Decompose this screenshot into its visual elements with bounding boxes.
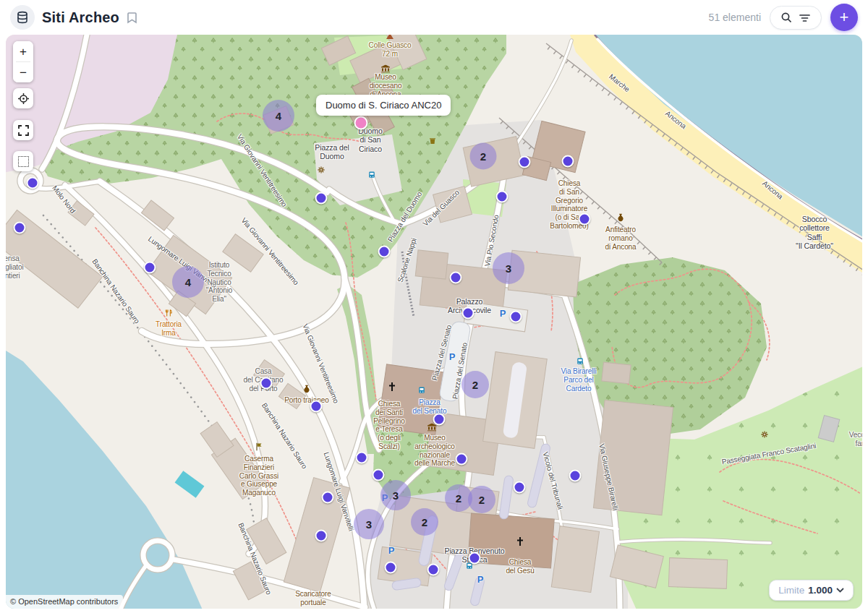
map-marker[interactable] bbox=[385, 562, 397, 574]
map-cluster[interactable]: 3 bbox=[380, 480, 411, 510]
map-marker[interactable] bbox=[579, 213, 591, 226]
map-cluster[interactable]: 4 bbox=[172, 266, 204, 298]
map-cluster[interactable]: 3 bbox=[493, 252, 524, 284]
limit-dropdown[interactable]: Limite 1.000 bbox=[769, 580, 854, 601]
page-title: Siti Archeo bbox=[42, 9, 119, 26]
box-select-button[interactable] bbox=[13, 151, 33, 171]
map-marker[interactable] bbox=[510, 311, 522, 323]
map-marker[interactable] bbox=[260, 377, 273, 390]
map-marker[interactable] bbox=[27, 177, 39, 189]
app-header: Siti Archeo 51 elementi + bbox=[0, 0, 868, 35]
map-marker[interactable] bbox=[456, 453, 468, 466]
map-marker[interactable] bbox=[310, 400, 323, 413]
map-marker[interactable] bbox=[496, 191, 509, 203]
map-marker[interactable] bbox=[14, 222, 26, 234]
element-count: 51 elementi bbox=[709, 12, 761, 23]
dotted-square-icon bbox=[18, 156, 29, 167]
map-marker[interactable] bbox=[462, 307, 475, 320]
add-button[interactable]: + bbox=[830, 4, 858, 31]
database-icon[interactable] bbox=[10, 5, 35, 30]
bookmark-icon[interactable] bbox=[127, 12, 137, 24]
map-attribution[interactable]: © OpenStreetMap contributors bbox=[6, 595, 123, 609]
map-cluster[interactable]: 2 bbox=[470, 143, 497, 170]
map-marker[interactable] bbox=[356, 452, 368, 464]
map-marker-highlighted[interactable] bbox=[354, 116, 368, 130]
map-marker[interactable] bbox=[315, 192, 328, 205]
map-marker[interactable] bbox=[315, 530, 328, 542]
map-marker[interactable] bbox=[427, 564, 440, 576]
map-marker[interactable] bbox=[433, 413, 446, 426]
map-marker[interactable] bbox=[322, 492, 334, 504]
map-cluster[interactable]: 4 bbox=[263, 100, 294, 132]
map-canvas[interactable]: Colle Guasco 72 mMuseo diocesano di Anco… bbox=[6, 35, 862, 609]
map-cluster[interactable]: 2 bbox=[461, 371, 489, 398]
map-marker[interactable] bbox=[569, 470, 582, 482]
search-button[interactable] bbox=[779, 10, 794, 25]
chevron-down-icon bbox=[836, 588, 844, 593]
map-marker[interactable] bbox=[373, 469, 385, 481]
geolocate-button[interactable] bbox=[13, 88, 33, 108]
limit-label: Limite bbox=[778, 585, 804, 596]
map-cluster[interactable]: 2 bbox=[411, 508, 438, 536]
fullscreen-button[interactable] bbox=[13, 120, 33, 140]
search-filter-pill bbox=[770, 6, 822, 30]
zoom-out-button[interactable]: − bbox=[13, 62, 33, 82]
zoom-in-button[interactable]: + bbox=[13, 41, 33, 61]
filter-button[interactable] bbox=[797, 11, 812, 25]
limit-value: 1.000 bbox=[808, 585, 833, 596]
map-controls: + − bbox=[13, 41, 33, 171]
map-marker[interactable] bbox=[469, 552, 481, 565]
map-cluster[interactable]: 2 bbox=[468, 486, 495, 513]
map-marker[interactable] bbox=[514, 481, 526, 494]
map-marker[interactable] bbox=[519, 156, 531, 168]
map-tooltip: Duomo di S. Ciriaco ANC20 bbox=[316, 95, 451, 116]
map-marker[interactable] bbox=[562, 155, 574, 168]
map-marker[interactable] bbox=[144, 262, 156, 274]
map-cluster[interactable]: 3 bbox=[354, 509, 384, 539]
map-marker[interactable] bbox=[450, 272, 462, 284]
map-marker[interactable] bbox=[378, 246, 391, 258]
